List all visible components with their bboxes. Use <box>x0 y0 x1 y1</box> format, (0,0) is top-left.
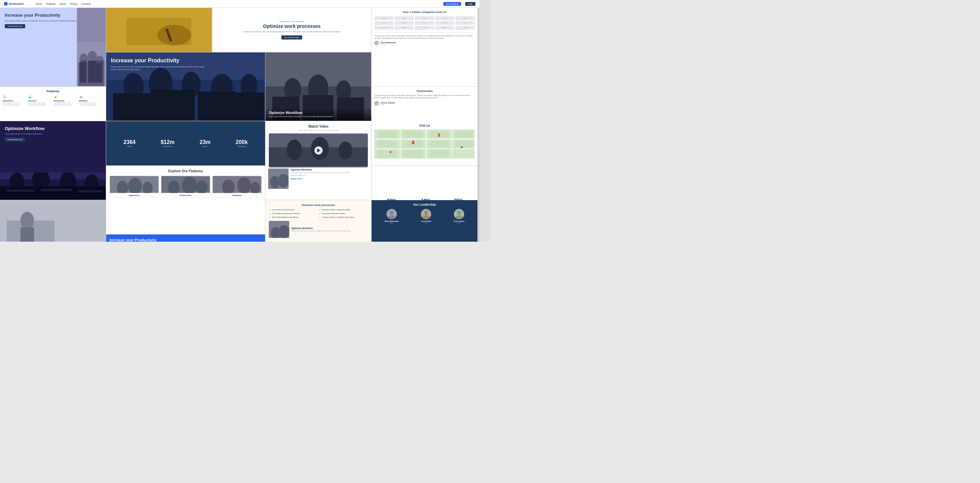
hero-desc: Lorem ipsum dolor sit amet, consectetur.… <box>5 20 101 22</box>
feature-item-3: ⟳ Workflow Lorem ipsum dos sit amet cons… <box>79 95 103 106</box>
nav-about[interactable]: About <box>60 3 66 5</box>
svg-rect-5 <box>80 62 86 83</box>
check-icon-3: ✓ <box>319 209 321 211</box>
opt-workflow-office-photo <box>0 172 106 200</box>
structure-item-4: ✓ Num malesuada metus dubius. <box>319 212 368 215</box>
features-title: Features <box>3 89 103 93</box>
check-icon-0: ✓ <box>269 209 271 211</box>
leader-role-0: CEO <box>385 222 399 224</box>
feature-label-2: Productivity <box>54 100 78 102</box>
svg-rect-57 <box>378 140 397 147</box>
feature-label-0: Optimiztion <box>3 100 27 102</box>
stat-users-label: users <box>200 145 211 147</box>
feature-label-1: Structure <box>28 100 52 102</box>
increase-img-card: Increase your Productivity Lorem ipsum d… <box>0 200 106 242</box>
stat-users-number: 23m <box>200 139 211 145</box>
million-author: Oliver Maldonado Analyst <box>374 41 475 46</box>
nav-features[interactable]: Features <box>46 3 56 5</box>
explore-label-2: Workflow <box>213 193 261 198</box>
svg-rect-63 <box>430 150 449 158</box>
brand: Workflow415 <box>4 2 24 5</box>
stat-investments-label: investments <box>161 145 175 147</box>
opt-workflow-dark-btn[interactable]: Get Started Now <box>5 137 25 142</box>
logo-13: LOGO <box>415 26 434 30</box>
help-button[interactable]: Help <box>465 2 476 6</box>
svg-rect-41 <box>78 190 102 192</box>
logo-14: LOGO <box>435 26 455 30</box>
writing-image <box>106 8 212 52</box>
structure-item-1: ✓ In ha habitasse platea purca dictumst. <box>269 212 318 215</box>
hero-cta-button[interactable]: Get Started Now <box>5 24 25 28</box>
structure-card: Structure work processes ✓ Lorem dolor a… <box>266 200 371 242</box>
opt-workflow-dark-content: Optimize Workflow Lorem ipsum dolor sit … <box>5 126 101 142</box>
structure-item-0: ✓ Lorem dolor amet consectetur. <box>269 209 318 211</box>
feature-icon-3: ⟳ <box>79 95 83 99</box>
top-image-card <box>106 8 212 52</box>
play-triangle-icon <box>317 148 321 153</box>
million-quote: "Lorem ipsum dolor sit amet, consectetur… <box>374 32 475 46</box>
play-button[interactable] <box>314 147 323 155</box>
structure-item-5: ✓ Vivaimus tristique, ut eleifend turpis… <box>319 216 368 219</box>
navbar: Workflow415 Home Features About Pricing … <box>0 0 479 8</box>
opt-workflow-small-extra: Mauis vel sagittis amet. <box>291 175 350 177</box>
feature-desc-2: Lorem ipsum dos sit amet consectetur adi… <box>54 102 78 106</box>
increase-dark-content: Increase your Productivity Lorem ipsum d… <box>111 57 260 71</box>
svg-point-67 <box>390 151 392 153</box>
testimonials-author-area: Tania N. Holland Client <box>374 101 475 106</box>
explore-card-2: Workflow <box>212 175 262 198</box>
leader-0: Oliver Maldonado CEO <box>385 209 399 224</box>
logo-12: LOGO <box>395 26 414 30</box>
leader-avatar-0 <box>387 209 397 219</box>
optimize-workflow-dark-card: Optimize Workflow Lorem ipsum dolor sit … <box>0 121 106 200</box>
explore-features-card: Explore Our Features Optimiztion <box>106 166 265 234</box>
watch-video-desc: Lorem ipsum dolor sit, consectetur adipi… <box>269 129 368 131</box>
svg-rect-60 <box>455 140 473 147</box>
nav-pricing[interactable]: Pricing <box>70 3 77 5</box>
structure-opt-desc: Lorem ipsum dolor amet consectetur adipi… <box>291 230 351 232</box>
structure-list: ✓ Lorem dolor amet consectetur. ✓ Sed la… <box>269 209 368 219</box>
explore-img-0 <box>110 176 159 193</box>
svg-point-44 <box>287 140 302 160</box>
nav-home[interactable]: Home <box>36 3 42 5</box>
optimize-workflow-img-card: Optimize Workflow Lorem ipsum dolor amet… <box>266 53 371 121</box>
explore-grid: Optimiztion Productivity <box>110 175 262 198</box>
feature-icon-1: ◈ <box>28 95 32 99</box>
opt-workflow-img-desc: Lorem ipsum dolor amet neque consectetur… <box>269 115 368 118</box>
svg-rect-54 <box>404 131 423 137</box>
testimonials-author-info: Tania N. Holland Client <box>380 102 395 105</box>
opt-workflow-small-img <box>268 169 288 189</box>
million-card: Over a million companies trust us LOGO L… <box>372 8 477 86</box>
nav-contacts[interactable]: Contacts <box>81 3 91 5</box>
testimonials-title: Testimonials <box>374 89 475 92</box>
svg-rect-61 <box>378 150 397 158</box>
increase-dark-card: Increase your Productivity Lorem ipsum d… <box>106 53 265 121</box>
increase-dark-title: Increase your Productivity <box>111 57 260 64</box>
stat-users: 23m users <box>200 139 211 147</box>
svg-rect-53 <box>378 131 397 137</box>
testimonials-author: Tania N. Holland <box>380 102 395 104</box>
brand-name: Workflow415 <box>9 3 24 5</box>
testimonials-role: Client <box>380 104 395 105</box>
explore-img-1 <box>161 176 210 193</box>
check-icon-4: ✓ <box>319 212 321 215</box>
structure-text-4: Num malesuada metus dubius. <box>322 212 345 215</box>
logo-15: LOGO <box>455 26 475 30</box>
logo-9: LOGO <box>435 21 455 25</box>
increase-blue-title: Increase your Productivity <box>110 238 262 242</box>
solutions-btn[interactable]: Get Started Now <box>282 35 302 40</box>
optimize-workflow-text-overlay: Optimize Workflow Lorem ipsum dolor amet… <box>266 107 371 121</box>
get-started-button[interactable]: Get Started <box>443 2 461 6</box>
feature-item-1: ◈ Structure Lorem ipsum dos sit amet con… <box>28 95 52 106</box>
explore-card-1: Productivity <box>161 175 210 198</box>
video-thumbnail[interactable] <box>269 134 368 167</box>
opt-workflow-img-title: Optimize Workflow <box>269 111 368 115</box>
stat-clients-label: clients <box>124 145 136 147</box>
features-grid: ⚡ Optimiztion Lorem ipsum dos sit amet c… <box>3 95 103 106</box>
svg-rect-56 <box>455 131 473 137</box>
optimize-workflow-bg: Optimize Workflow Lorem ipsum dolor amet… <box>266 53 371 121</box>
solutions-title: Optimize work processes <box>263 24 321 29</box>
opt-workflow-small-link[interactable]: ullamcorper <box>291 178 350 180</box>
increase-dark-desc: Lorem ipsum dolor sit amet, consectetur … <box>111 66 206 71</box>
nav-links: Home Features About Pricing Contacts <box>36 3 91 5</box>
brand-icon <box>4 2 8 5</box>
